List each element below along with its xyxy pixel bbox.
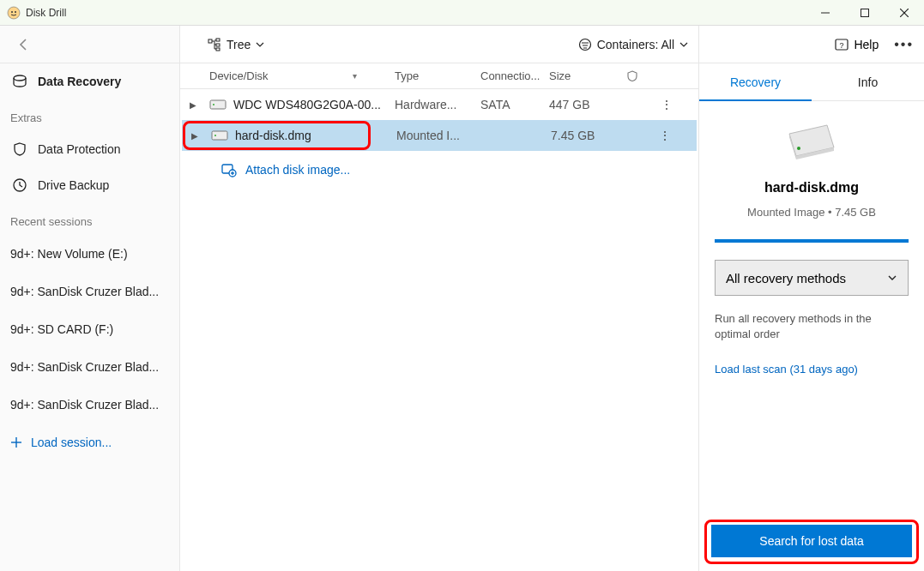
expand-toggle[interactable]: ▶ [182, 131, 208, 141]
nav-label: Data Recovery [38, 75, 121, 88]
svg-point-0 [8, 7, 20, 19]
right-tabs: Recovery Info [699, 63, 924, 101]
session-item[interactable]: 9d+: New Volume (E:) [0, 235, 179, 273]
recovery-method-label: All recovery methods [726, 271, 846, 286]
recovery-method-description: Run all recovery methods in the optimal … [715, 311, 909, 342]
svg-rect-14 [216, 48, 220, 51]
search-for-lost-data-button[interactable]: Search for lost data [711, 525, 912, 557]
drive-row[interactable]: ▶ WDC WDS480G2G0A-00... Hardware... SATA… [180, 89, 698, 120]
title-bar: Disk Drill [0, 0, 924, 26]
app-title: Disk Drill [26, 7, 806, 19]
svg-rect-13 [216, 44, 220, 46]
right-panel: ? Help ••• Recovery Info hard-disk.dmg M… [699, 26, 924, 571]
shield-icon [12, 141, 27, 157]
chevron-down-icon [679, 40, 688, 49]
clock-icon [12, 177, 27, 193]
load-session-label: Load session... [31, 436, 112, 449]
tree-icon [208, 38, 221, 51]
nav-label: Data Protection [38, 142, 121, 156]
column-connection[interactable]: Connectio... [480, 69, 549, 82]
help-icon: ? [835, 38, 849, 51]
recovery-method-select[interactable]: All recovery methods [715, 260, 909, 296]
more-menu-button[interactable]: ••• [894, 37, 914, 52]
session-item[interactable]: 9d+: SD CARD (F:) [0, 310, 179, 348]
tree-view-button[interactable]: Tree [208, 38, 264, 51]
drive-connection: SATA [480, 98, 549, 111]
attach-disk-image-label: Attach disk image... [245, 163, 350, 177]
chevron-down-icon [887, 273, 897, 283]
search-button-label: Search for lost data [759, 534, 863, 548]
close-button[interactable] [885, 0, 924, 26]
selected-disk-subtitle: Mounted Image • 7.45 GB [715, 206, 909, 219]
help-button[interactable]: ? Help [835, 38, 879, 51]
svg-rect-11 [208, 39, 212, 43]
drive-size: 7.45 GB [551, 129, 619, 142]
help-toolbar: ? Help ••• [699, 26, 924, 63]
svg-point-2 [15, 11, 16, 13]
svg-point-7 [14, 75, 26, 81]
svg-point-20 [213, 104, 214, 105]
svg-rect-21 [212, 131, 227, 140]
table-header: Device/Disk ▾ Type Connectio... Size [180, 63, 698, 89]
filter-icon [578, 38, 592, 51]
usage-bar [715, 239, 909, 243]
attach-disk-image-icon [221, 162, 237, 177]
load-last-scan-link[interactable]: Load last scan (31 days ago) [715, 363, 909, 376]
session-item[interactable]: 9d+: SanDisk Cruzer Blad... [0, 386, 179, 424]
main-panel: Tree Containers: All Device/Disk ▾ Type … [180, 26, 699, 571]
svg-point-1 [11, 11, 13, 13]
drive-name: hard-disk.dmg [235, 129, 311, 142]
disk-large-icon [715, 120, 909, 161]
nav-label: Drive Backup [38, 178, 109, 192]
svg-point-15 [579, 39, 590, 50]
column-type[interactable]: Type [395, 69, 480, 82]
session-item[interactable]: 9d+: SanDisk Cruzer Blad... [0, 348, 179, 386]
plus-icon [10, 436, 22, 448]
column-size[interactable]: Size [549, 69, 618, 82]
svg-point-29 [797, 147, 800, 150]
attach-disk-image-button[interactable]: Attach disk image... [180, 151, 698, 189]
svg-point-22 [214, 135, 216, 136]
drive-type: Hardware... [395, 98, 480, 111]
containers-label: Containers: All [597, 38, 674, 51]
hdd-icon [209, 99, 226, 110]
disk-icon [12, 74, 27, 89]
session-item[interactable]: 9d+: SanDisk Cruzer Blad... [0, 273, 179, 310]
drive-row-selected[interactable]: ▶ hard-disk.dmg Mounted I... 7.45 GB ⋮ [182, 120, 697, 151]
drive-type: Mounted I... [396, 129, 482, 142]
drive-name: WDC WDS480G2G0A-00... [233, 98, 381, 111]
nav-data-recovery[interactable]: Data Recovery [0, 63, 179, 99]
selected-disk-name: hard-disk.dmg [715, 180, 909, 195]
app-icon [7, 6, 21, 20]
recent-sessions-label: Recent sessions [0, 203, 179, 235]
svg-rect-4 [861, 9, 869, 16]
hdd-icon [211, 130, 228, 141]
column-device[interactable]: Device/Disk ▾ [206, 69, 395, 82]
nav-drive-backup[interactable]: Drive Backup [0, 167, 179, 203]
drive-size: 447 GB [549, 98, 618, 111]
arrow-left-icon [17, 38, 31, 51]
nav-data-protection[interactable]: Data Protection [0, 131, 179, 167]
svg-rect-19 [210, 100, 226, 109]
shield-icon [626, 70, 638, 82]
chevron-down-icon [256, 40, 264, 49]
sidebar: Data Recovery Extras Data Protection Dri… [0, 26, 180, 571]
expand-toggle[interactable]: ▶ [180, 100, 206, 110]
svg-rect-12 [216, 39, 220, 41]
maximize-button[interactable] [845, 0, 885, 26]
svg-text:?: ? [840, 41, 844, 50]
sort-chevron-icon: ▾ [353, 71, 357, 81]
row-menu-button[interactable]: ⋮ [647, 98, 698, 111]
load-session-button[interactable]: Load session... [0, 424, 179, 461]
column-shield[interactable] [618, 70, 647, 82]
tab-info[interactable]: Info [812, 63, 924, 100]
extras-label: Extras [0, 99, 179, 131]
tab-recovery[interactable]: Recovery [699, 63, 812, 100]
minimize-button[interactable] [806, 0, 845, 26]
main-toolbar: Tree Containers: All [180, 26, 698, 63]
tree-label: Tree [226, 38, 251, 51]
help-label: Help [854, 38, 879, 51]
row-menu-button[interactable]: ⋮ [649, 129, 697, 142]
containers-filter-button[interactable]: Containers: All [578, 38, 688, 51]
back-button[interactable] [0, 26, 179, 63]
